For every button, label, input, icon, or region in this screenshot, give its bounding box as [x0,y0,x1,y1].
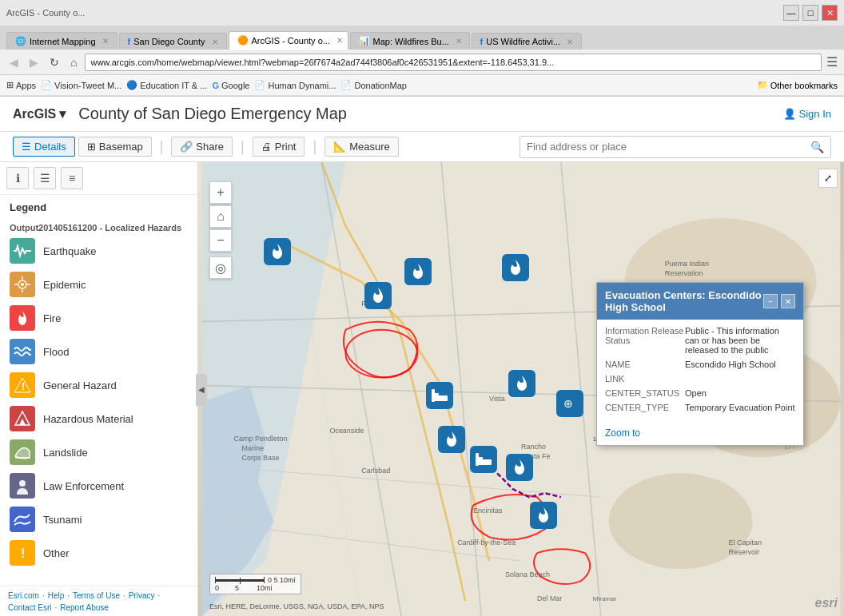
sign-in-label: Sign In [799,108,831,120]
minimize-button[interactable]: — [783,5,799,21]
footer-terms-link[interactable]: Terms of Use [73,591,120,600]
tab-close-icon[interactable]: ✕ [102,37,109,46]
map-icon-evac-1[interactable] [426,382,453,409]
popup-close-button[interactable]: ✕ [781,294,795,308]
back-button[interactable]: ◀ [6,54,22,70]
sidebar-tab-layers[interactable]: ≡ [61,167,83,189]
url-bar[interactable] [85,54,822,71]
share-button[interactable]: 🔗 Share [171,137,233,157]
svg-text:Reservoir: Reservoir [729,548,759,556]
svg-text:Encinitas: Encinitas [473,507,503,515]
search-input[interactable] [527,141,810,153]
tab-arcgis[interactable]: 🟠 ArcGIS - County o... ✕ [229,31,348,50]
home-extent-button[interactable]: ⌂ [209,205,232,228]
bookmark-human-dynamics[interactable]: 📄 Human Dynami... [254,80,336,90]
tab-wildfires[interactable]: 📊 Map: Wildfires Bu... ✕ [350,32,470,50]
sidebar: ℹ ☰ ≡ Legend Output201405161200 - Locali… [0,162,198,616]
title-bar-text: ArcGIS - County o... [6,8,85,18]
tab-close-icon[interactable]: ✕ [567,38,573,46]
app-logo[interactable]: ArcGIS ▾ [13,106,66,121]
fire-icon [10,305,35,331]
sidebar-tab-list[interactable]: ☰ [34,167,56,189]
print-button[interactable]: 🖨 Print [253,137,305,157]
bookmark-icon: 📄 [254,80,265,90]
close-button[interactable]: ✕ [822,5,838,21]
print-icon: 🖨 [261,141,272,153]
measure-label: Measure [349,141,390,153]
tab-us-wildfire[interactable]: f US Wildfire Activi... ✕ [472,33,583,50]
svg-text:Miramar: Miramar [593,595,617,602]
legend-item-general-hazard[interactable]: ! General Hazard [0,368,197,402]
measure-button[interactable]: 📐 Measure [324,137,399,157]
sign-in-button[interactable]: 👤 Sign In [783,108,831,120]
tab-close-icon[interactable]: ✕ [212,38,218,46]
tab-san-diego[interactable]: f San Diego County ✕ [119,33,227,50]
basemap-button[interactable]: ⊞ Basemap [78,137,152,157]
legend-item-earthquake[interactable]: Earthquake [0,234,197,268]
popup-minimize-button[interactable]: − [763,294,778,308]
apps-grid-icon: ⊞ [6,80,14,90]
maximize-button[interactable]: □ [802,5,818,21]
footer-help-link[interactable]: Help [48,591,65,600]
map-icon-fire-7[interactable] [506,454,533,481]
bookmark-label: Education IT & ... [140,81,207,90]
popup-zoom-link[interactable]: Zoom to [605,427,640,439]
popup-val-center-status: Open [685,388,707,398]
tab-favicon: 🌐 [15,36,26,46]
sidebar-collapse-button[interactable]: ◀ [196,374,207,406]
map-icon-fire-2[interactable] [404,258,432,285]
locate-button[interactable]: ◎ [209,256,232,279]
map-icon-fire-8[interactable] [530,502,557,529]
footer-privacy-link[interactable]: Privacy [129,591,155,600]
map-area[interactable]: Fallbrook Oceanside Carlsbad Vista Ranch… [198,162,844,616]
folder-icon: 📁 [757,80,768,90]
legend-item-hazmat[interactable]: Hazardous Material [0,402,197,435]
map-icon-evac-2[interactable] [470,446,497,473]
map-icon-fire-4[interactable] [502,254,529,281]
legend-item-epidemic[interactable]: Epidemic [0,268,197,301]
bookmark-donation-map[interactable]: 📄 DonationMap [340,80,406,90]
popup-key-center-status: CENTER_STATUS [605,388,685,398]
browser-menu-button[interactable]: ☰ [826,54,838,70]
map-icon-fire-3[interactable] [364,282,392,309]
legend-item-landslide[interactable]: Landslide [0,435,197,469]
toolbar-separator-1: | [155,138,169,155]
home-button[interactable]: ⌂ [67,54,80,70]
map-icon-fire-1[interactable] [264,238,291,265]
map-icon-move[interactable]: ⊕ [556,390,583,417]
search-icon[interactable]: 🔍 [810,141,824,153]
zoom-in-button[interactable]: + [209,181,232,204]
legend-item-flood[interactable]: Flood [0,335,197,368]
footer-contact-link[interactable]: Contact Esri [8,603,51,612]
bookmark-google[interactable]: G Google [212,81,249,90]
reload-button[interactable]: ↻ [46,54,62,70]
legend-item-other[interactable]: ! Other [0,536,197,570]
legend-item-tsunami[interactable]: Tsunami [0,503,197,536]
tab-close-icon[interactable]: ✕ [456,37,462,46]
map-icon-fire-6[interactable] [438,426,465,453]
search-bar[interactable]: 🔍 [520,136,831,158]
footer-sep: · [123,591,125,600]
legend-item-law-enforcement[interactable]: Law Enforcement [0,469,197,503]
zoom-out-button[interactable]: − [209,229,232,252]
legend-label-fire: Fire [43,312,61,324]
footer-report-link[interactable]: Report Abuse [60,603,109,612]
forward-button[interactable]: ▶ [26,54,42,70]
bookmark-apps[interactable]: ⊞ Apps [6,80,36,90]
sidebar-tab-info[interactable]: ℹ [6,167,29,189]
legend-item-fire[interactable]: Fire [0,301,197,335]
map-expand-button[interactable]: ⤢ [818,169,838,188]
tab-close-icon[interactable]: ✕ [336,36,343,45]
sidebar-tab-bar: ℹ ☰ ≡ [0,162,197,195]
footer-esri-link[interactable]: Esri.com [8,591,39,600]
legend-label-tsunami: Tsunami [43,514,82,526]
tab-internet-mapping[interactable]: 🌐 Internet Mapping ✕ [6,32,117,50]
bookmark-education-it[interactable]: 🔵 Education IT & ... [126,80,207,90]
map-icon-fire-5[interactable] [508,370,535,397]
bookmark-icon: 📄 [340,80,352,90]
details-button[interactable]: ☰ Details [13,137,75,157]
popup-row-name: NAME Escondido High School [605,360,795,369]
bookmark-vision-tweet[interactable]: 📄 Vision-Tweet M... [41,80,121,90]
epidemic-icon [10,272,35,297]
other-bookmarks[interactable]: 📁 Other bookmarks [757,80,838,90]
